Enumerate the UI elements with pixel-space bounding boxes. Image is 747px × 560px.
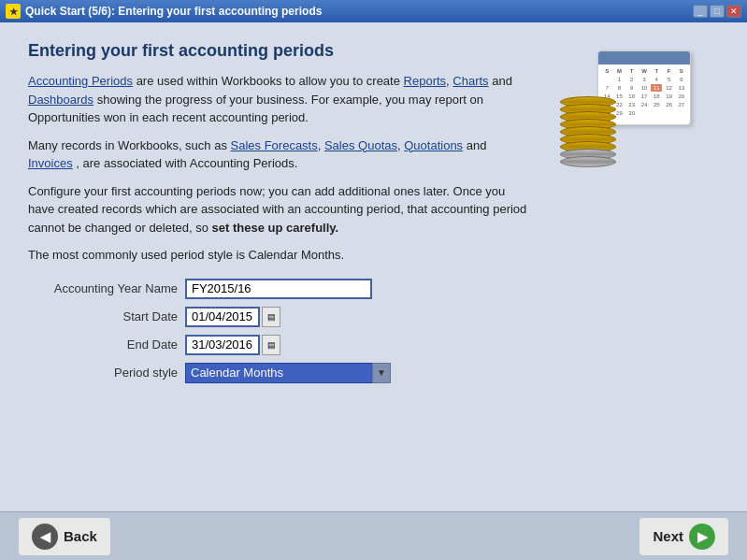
next-icon: ▶	[689, 524, 715, 550]
period-style-wrapper: Calendar Months 4-4-5 Periods Custom Per…	[185, 363, 391, 383]
period-style-label: Period style	[28, 366, 178, 380]
end-date-wrapper: ▤	[185, 335, 280, 355]
period-style-row: Period style Calendar Months 4-4-5 Perio…	[28, 363, 532, 383]
sales-quotas-link[interactable]: Sales Quotas	[324, 138, 397, 152]
maximize-button[interactable]: □	[710, 5, 725, 18]
titlebar-left: ★ Quick Start (5/6): Entering your first…	[6, 4, 322, 19]
back-icon: ◀	[32, 524, 58, 550]
start-date-input[interactable]	[185, 307, 260, 327]
content-area: Entering your first accounting periods A…	[28, 41, 719, 493]
text-section: Entering your first accounting periods A…	[28, 41, 532, 493]
start-date-label: Start Date	[28, 309, 178, 323]
dashboards-link[interactable]: Dashboards	[28, 93, 93, 107]
bottombar: ◀ Back Next ▶	[0, 511, 747, 560]
end-date-label: End Date	[28, 337, 178, 352]
start-date-picker-button[interactable]: ▤	[262, 307, 280, 327]
year-name-label: Accounting Year Name	[28, 281, 178, 295]
end-date-picker-button[interactable]: ▤	[262, 335, 280, 355]
titlebar-title: Quick Start (5/6): Entering your first a…	[25, 5, 322, 18]
app-icon: ★	[6, 4, 21, 19]
paragraph-4: The most commonly used period style is C…	[28, 246, 532, 265]
close-button[interactable]: ✕	[726, 5, 741, 18]
paragraph-3: Configure your first accounting periods …	[28, 182, 532, 237]
next-label: Next	[653, 528, 683, 544]
minimize-button[interactable]: _	[693, 5, 708, 18]
back-arrow-icon: ◀	[40, 529, 50, 544]
charts-link[interactable]: Charts	[453, 74, 488, 88]
reports-link[interactable]: Reports	[404, 74, 447, 88]
end-date-input[interactable]	[185, 335, 260, 355]
main-content: Entering your first accounting periods A…	[0, 22, 747, 511]
form-section: Accounting Year Name Start Date ▤ End Da…	[28, 279, 532, 383]
paragraph-1: Accounting Periods are used within Workb…	[28, 72, 532, 127]
end-date-row: End Date ▤	[28, 335, 532, 355]
sales-forecasts-link[interactable]: Sales Forecasts	[231, 138, 318, 152]
year-name-row: Accounting Year Name	[28, 279, 532, 299]
back-button[interactable]: ◀ Back	[19, 518, 110, 555]
titlebar-controls[interactable]: _ □ ✕	[693, 5, 741, 18]
accounting-periods-link[interactable]: Accounting Periods	[28, 74, 133, 88]
quotations-link[interactable]: Quotations	[404, 138, 463, 152]
next-button[interactable]: Next ▶	[639, 518, 728, 555]
illustration: S M T W T F S 1 2 3 4 5	[560, 50, 710, 172]
invoices-link[interactable]: Invoices	[28, 156, 73, 170]
back-label: Back	[64, 528, 97, 544]
start-date-wrapper: ▤	[185, 307, 280, 327]
image-section: S M T W T F S 1 2 3 4 5	[551, 41, 719, 493]
start-date-row: Start Date ▤	[28, 307, 532, 327]
next-arrow-icon: ▶	[697, 529, 708, 544]
paragraph-2: Many records in Workbooks, such as Sales…	[28, 136, 532, 173]
year-name-input[interactable]	[185, 279, 372, 299]
page-title: Entering your first accounting periods	[28, 41, 532, 61]
titlebar: ★ Quick Start (5/6): Entering your first…	[0, 0, 747, 22]
period-style-select[interactable]: Calendar Months 4-4-5 Periods Custom Per…	[185, 363, 391, 383]
